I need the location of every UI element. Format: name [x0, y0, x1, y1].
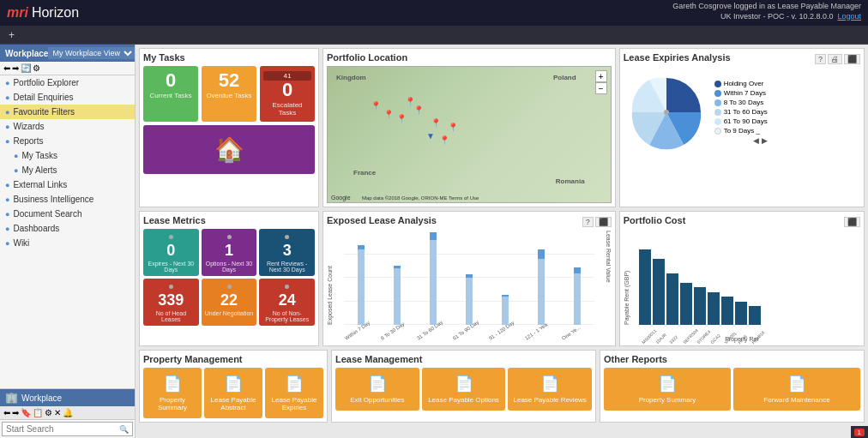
property-summary-report-card[interactable]: 📄 Property Summary [604, 368, 731, 411]
scroll-left-icon[interactable]: ◀ [753, 136, 759, 145]
sidebar-item-my-tasks[interactable]: ● My Tasks [0, 148, 135, 163]
under-negotiation-card[interactable]: 22 Under Negotiation [202, 279, 257, 326]
my-tasks-panel: My Tasks 0 Current Tasks 52 Overdue Task… [139, 48, 319, 207]
app-header: mri Horizon Gareth Cosgrove logged in as… [0, 0, 868, 26]
map-label-kingdom: Kingdom [336, 74, 366, 81]
sidebar-bottom-icon-6[interactable]: ✕ [54, 408, 61, 417]
other-reports-title: Other Reports [604, 354, 860, 364]
task-cards: 0 Current Tasks 52 Overdue Tasks 41 0 Es… [143, 66, 315, 122]
legend-item-8-to-30: 8 To 30 Days [714, 99, 768, 106]
logo: mri Horizon [7, 5, 79, 21]
x-label: 10AJR [654, 333, 666, 345]
search-bar[interactable]: 🔍 [2, 422, 133, 436]
sidebar-item-my-alerts[interactable]: ● My Alerts [0, 163, 135, 177]
metric-dot [227, 235, 232, 239]
sidebar-icon-4[interactable]: ⚙ [33, 63, 40, 73]
expires-card[interactable]: 0 Expires - Next 30 Days [143, 229, 199, 276]
sidebar-item-label: Document Search [13, 209, 81, 219]
home-card[interactable]: 🏠 [143, 125, 315, 174]
forward-maintenance-card[interactable]: 📄 Forward Maintenance [733, 368, 860, 411]
sidebar-item-wizards[interactable]: ● Wizards [0, 119, 135, 134]
expand-icon[interactable]: ⬛ [844, 217, 860, 227]
logo-horizon: Horizon [32, 5, 79, 21]
map-pin-1: 📍 [371, 101, 381, 111]
main-layout: Workplace My Workplace View ⬅ ➡ 🔄 ⚙ ● Po… [0, 45, 868, 438]
top-toolbar: + [0, 26, 868, 45]
sidebar-bottom-icon-7[interactable]: 🔔 [63, 408, 73, 417]
bar-small [574, 267, 581, 273]
document-icon: 📄 [425, 375, 503, 393]
help-icon[interactable]: ? [582, 217, 594, 227]
document-icon: 📄 [339, 375, 416, 393]
head-leases-card[interactable]: 339 No of Head Leases [143, 279, 199, 326]
portfolio-cost-panel: Portfolio Cost ⬛ Payable Rent (GBP) [619, 211, 865, 346]
sidebar-item-portfolio-explorer[interactable]: ● Portfolio Explorer [0, 75, 135, 90]
lease-payable-expiries-card[interactable]: 📄 Lease Payable Expiries [265, 368, 323, 418]
bar-group-2 [380, 231, 413, 325]
legend-dot [714, 99, 721, 106]
x-label: GCA2 [709, 333, 721, 345]
sidebar-item-favourite-filters[interactable]: ● Favourite Filters [0, 105, 135, 119]
map-zoom-in[interactable]: + [595, 70, 607, 82]
sidebar-bottom-icon-1[interactable]: ⬅ [3, 408, 10, 417]
expand-icon[interactable]: ⬛ [844, 54, 860, 64]
property-summary-card[interactable]: 📄 Property Summary [143, 368, 202, 418]
sidebar-bottom-icon-5[interactable]: ⚙ [45, 408, 52, 417]
y-axis-left-label: Exposed Lease Count [327, 231, 333, 325]
sidebar-view-select[interactable]: My Workplace View [48, 47, 135, 59]
sidebar-item-wiki[interactable]: ● Wiki [0, 236, 135, 250]
sidebar-icon-1[interactable]: ⬅ [3, 63, 10, 73]
lease-management-panel: Lease Management 📄 Exit Opportunities 📄 … [331, 350, 596, 423]
scroll-right-icon[interactable]: ▶ [762, 136, 768, 145]
map-label-poland: Poland [553, 74, 576, 81]
sidebar-item-document-search[interactable]: ● Document Search [0, 207, 135, 221]
content-area: My Tasks 0 Current Tasks 52 Overdue Task… [136, 45, 868, 438]
search-input[interactable] [6, 424, 119, 434]
lease-payable-abstract-card[interactable]: 📄 Lease Payable Abstract [204, 368, 262, 418]
sidebar-item-label: Wiki [13, 238, 29, 248]
options-card[interactable]: 1 Options - Next 30 Days [202, 229, 257, 276]
add-button[interactable]: + [3, 29, 20, 41]
card-label: Lease Payable Expiries [268, 396, 320, 411]
print-icon[interactable]: 🖨 [828, 54, 842, 64]
sidebar-icon-3[interactable]: 🔄 [21, 63, 31, 73]
sidebar-bottom-icon-3[interactable]: 🔖 [21, 408, 31, 417]
escalated-tasks-card[interactable]: 41 0 Escalated Tasks [260, 66, 315, 122]
logout-link[interactable]: Logout [837, 12, 861, 21]
map-label-france: France [353, 169, 376, 177]
sidebar-item-business-intelligence[interactable]: ● Business Intelligence [0, 192, 135, 207]
sidebar-item-dashboards[interactable]: ● Dashboards [0, 221, 135, 236]
sidebar-icon-2[interactable]: ➡ [12, 63, 19, 73]
x-label: SEFRS04 [682, 333, 694, 345]
metric-dot [285, 285, 289, 289]
lease-payable-options-card[interactable]: 📄 Lease Payable Options [422, 368, 506, 411]
bar-large [574, 273, 581, 326]
document-icon: 📄 [511, 375, 588, 393]
lease-payable-reviews-card[interactable]: 📄 Lease Payable Reviews [508, 368, 592, 411]
overdue-tasks-card[interactable]: 52 Overdue Tasks [202, 66, 256, 122]
sidebar-item-external-links[interactable]: ● External Links [0, 177, 135, 192]
other-reports-panel: Other Reports 📄 Property Summary 📄 Forwa… [600, 350, 865, 423]
map-label-romania: Romania [556, 177, 585, 185]
rent-reviews-card[interactable]: 3 Rent Reviews - Next 30 Days [259, 229, 315, 276]
current-tasks-label: Current Tasks [147, 92, 195, 99]
escalated-tasks-num: 0 [263, 81, 311, 99]
map-zoom-out[interactable]: − [595, 82, 607, 94]
map-pin-5: 📍 [413, 105, 424, 115]
logo-mri: mri [7, 5, 28, 21]
sidebar-bottom-icon-2[interactable]: ➡ [12, 408, 19, 417]
sidebar-item-reports[interactable]: ● Reports [0, 134, 135, 148]
map-container[interactable]: Kingdom Poland France Romania 📍 📍 📍 📍 📍 … [327, 66, 612, 203]
row-3: Property Management 📄 Property Summary 📄… [139, 350, 865, 423]
non-property-leases-card[interactable]: 24 No of Non-Property Leases [259, 279, 315, 326]
options-num: 1 [205, 243, 254, 260]
exit-opportunities-card[interactable]: 📄 Exit Opportunities [335, 368, 419, 411]
legend-label: Holding Over [724, 80, 764, 87]
card-label: Lease Payable Reviews [511, 396, 588, 404]
sidebar-item-detail-enquiries[interactable]: ● Detail Enquiries [0, 90, 135, 105]
sidebar-bottom-icon-4[interactable]: 📋 [33, 408, 43, 417]
help-icon[interactable]: ? [815, 54, 826, 64]
expand-icon[interactable]: ⬛ [595, 217, 612, 227]
current-tasks-card[interactable]: 0 Current Tasks [143, 66, 198, 122]
bar-store4 [694, 287, 706, 325]
